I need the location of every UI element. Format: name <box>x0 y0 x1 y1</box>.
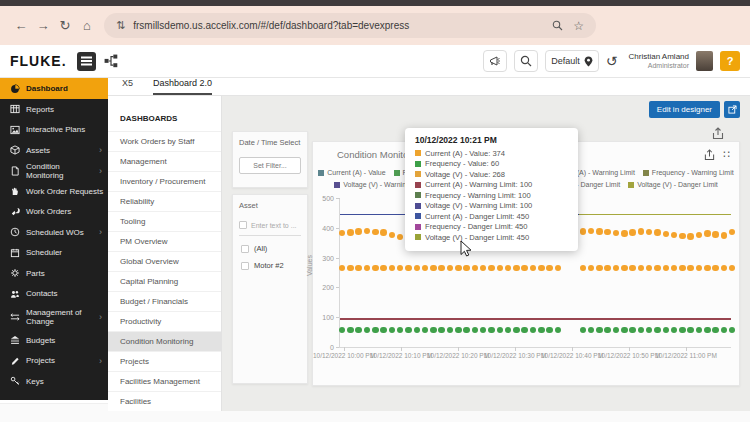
dashboard-list-item[interactable]: Projects <box>108 351 221 371</box>
data-point[interactable] <box>704 265 711 272</box>
sidebar-item-condition-monitoring[interactable]: Condition Monitoring › <box>0 161 108 182</box>
data-point[interactable] <box>580 265 587 272</box>
data-point[interactable] <box>339 265 346 272</box>
sidebar-item-management-of-change[interactable]: Management of Change › <box>0 304 108 330</box>
data-point[interactable] <box>604 327 611 334</box>
menu-icon[interactable] <box>77 52 96 71</box>
bookmark-star-icon[interactable]: ☆ <box>573 19 584 33</box>
legend-item[interactable]: Voltage (V) - Danger Limit <box>628 181 718 188</box>
data-point[interactable] <box>596 228 603 235</box>
data-point[interactable] <box>679 265 686 272</box>
data-point[interactable] <box>347 265 354 272</box>
sidebar-item-scheduler[interactable]: Scheduler <box>0 243 108 264</box>
edit-in-designer-button[interactable]: Edit in designer <box>649 101 720 118</box>
data-point[interactable] <box>555 265 562 272</box>
chart-expand-icon[interactable]: ∷ <box>723 148 731 161</box>
dashboard-list-item[interactable]: Facilities <box>108 391 221 411</box>
data-point[interactable] <box>621 327 628 334</box>
dashboard-list-item[interactable]: PM Overview <box>108 231 221 251</box>
data-point[interactable] <box>447 265 454 272</box>
data-point[interactable] <box>380 265 387 272</box>
avatar[interactable] <box>696 51 713 71</box>
data-point[interactable] <box>555 327 562 334</box>
data-point[interactable] <box>380 327 387 334</box>
data-point[interactable] <box>505 265 512 272</box>
data-point[interactable] <box>588 265 595 272</box>
data-point[interactable] <box>679 233 686 240</box>
data-point[interactable] <box>696 265 703 272</box>
data-point[interactable] <box>463 327 470 334</box>
data-point[interactable] <box>422 265 429 272</box>
data-point[interactable] <box>638 265 645 272</box>
dashboard-list-item-selected[interactable]: Condition Monitoring <box>108 331 221 351</box>
dashboard-export-icon[interactable] <box>712 127 724 140</box>
data-point[interactable] <box>513 265 520 272</box>
data-point[interactable] <box>613 327 620 334</box>
data-point[interactable] <box>729 327 736 334</box>
data-point[interactable] <box>687 233 694 240</box>
announcements-button[interactable] <box>483 50 507 72</box>
data-point[interactable] <box>663 327 670 334</box>
data-point[interactable] <box>654 229 661 236</box>
data-point[interactable] <box>430 265 437 272</box>
forward-icon[interactable]: → <box>32 18 54 33</box>
address-bar[interactable]: ⇅ frsmillsdemo.us.accelix.com/#/def/dash… <box>104 13 596 38</box>
data-point[interactable] <box>530 327 537 334</box>
data-point[interactable] <box>671 327 678 334</box>
data-point[interactable] <box>455 327 462 334</box>
tab-x5[interactable]: X5 <box>122 78 133 95</box>
data-point[interactable] <box>712 327 719 334</box>
data-point[interactable] <box>397 234 404 241</box>
home-icon[interactable]: ⌂ <box>76 18 98 33</box>
data-point[interactable] <box>472 265 479 272</box>
data-point[interactable] <box>347 229 354 236</box>
data-point[interactable] <box>397 327 404 334</box>
reload-icon[interactable]: ↻ <box>54 18 76 33</box>
data-point[interactable] <box>696 232 703 239</box>
data-point[interactable] <box>646 327 653 334</box>
search-url-icon[interactable] <box>552 20 563 31</box>
data-point[interactable] <box>604 265 611 272</box>
data-point[interactable] <box>663 231 670 238</box>
data-point[interactable] <box>712 265 719 272</box>
data-point[interactable] <box>438 327 445 334</box>
data-point[interactable] <box>339 327 346 334</box>
sidebar-item-scheduled-wos[interactable]: Scheduled WOs › <box>0 222 108 243</box>
data-point[interactable] <box>488 327 495 334</box>
data-point[interactable] <box>513 327 520 334</box>
dashboard-list-item[interactable]: Reliability <box>108 191 221 211</box>
data-point[interactable] <box>347 327 354 334</box>
data-point[interactable] <box>372 229 379 236</box>
data-point[interactable] <box>613 230 620 237</box>
help-button[interactable]: ? <box>720 51 740 71</box>
sidebar-item-assets[interactable]: Assets › <box>0 140 108 161</box>
dashboard-list-item[interactable]: Tooling <box>108 211 221 231</box>
dashboard-list-item[interactable]: Budget / Financials <box>108 291 221 311</box>
checkbox[interactable] <box>241 262 249 270</box>
site-selector-button[interactable]: Default <box>545 50 599 72</box>
dashboard-list-item[interactable]: Capital Planning <box>108 271 221 291</box>
data-point[interactable] <box>472 327 479 334</box>
data-point[interactable] <box>654 327 661 334</box>
asset-option-motor-2[interactable]: Motor #2 <box>239 253 301 270</box>
data-point[interactable] <box>480 327 487 334</box>
data-point[interactable] <box>447 327 454 334</box>
data-point[interactable] <box>621 230 628 237</box>
data-point[interactable] <box>389 232 396 239</box>
data-point[interactable] <box>530 265 537 272</box>
back-icon[interactable]: ← <box>10 18 32 33</box>
data-point[interactable] <box>414 327 421 334</box>
data-point[interactable] <box>497 265 504 272</box>
data-point[interactable] <box>729 265 736 272</box>
data-point[interactable] <box>364 265 371 272</box>
data-point[interactable] <box>621 265 628 272</box>
sidebar-item-keys[interactable]: Keys <box>0 371 108 392</box>
data-point[interactable] <box>355 228 362 235</box>
data-point[interactable] <box>638 228 645 235</box>
data-point[interactable] <box>580 228 587 235</box>
data-point[interactable] <box>580 327 587 334</box>
search-button[interactable] <box>514 50 538 72</box>
asset-option-all[interactable]: (All) <box>239 236 301 253</box>
data-point[interactable] <box>654 265 661 272</box>
history-icon[interactable]: ↺ <box>606 53 618 69</box>
